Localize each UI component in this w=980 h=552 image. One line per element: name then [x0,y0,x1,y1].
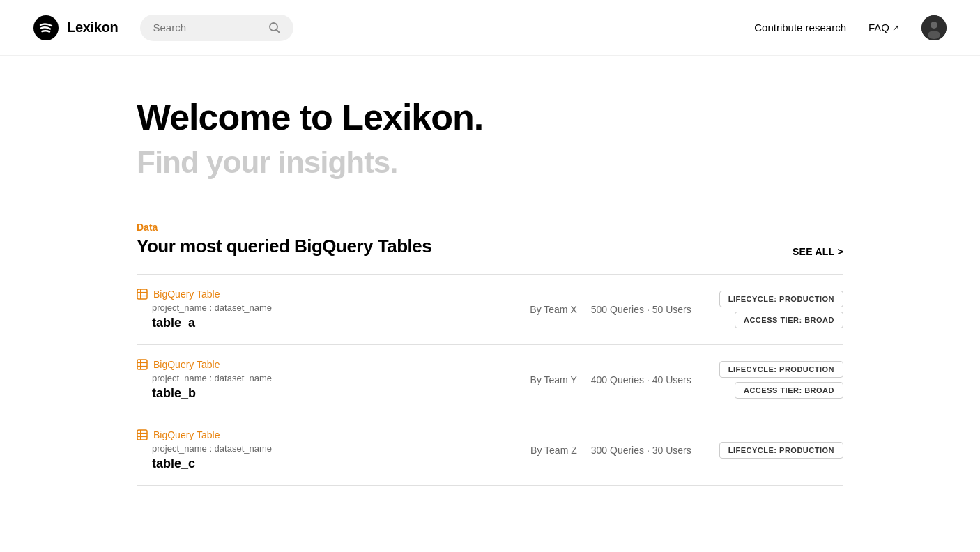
table-row[interactable]: BigQuery Table project_name : dataset_na… [137,415,843,486]
contribute-research-link[interactable]: Contribute research [754,22,846,33]
table-list: BigQuery Table project_name : dataset_na… [137,274,843,486]
table-type-label: BigQuery Table [153,289,220,300]
table-type-label: BigQuery Table [153,359,220,370]
table-type-row: BigQuery Table [137,359,530,370]
tag-badge: ACCESS TIER: BROAD [735,312,843,328]
table-item-meta: By Team Y 400 Queries · 40 Users [530,374,691,385]
avatar-image [921,15,947,40]
hero-section: Welcome to Lexikon. Find your insights. [137,98,843,180]
table-row[interactable]: BigQuery Table project_name : dataset_na… [137,275,843,345]
table-row[interactable]: BigQuery Table project_name : dataset_na… [137,345,843,415]
tag-badge: LIFECYCLE: PRODUCTION [719,361,843,378]
svg-point-4 [931,22,937,29]
table-stats: 300 Queries · 30 Users [591,445,691,456]
bigquery-section: Data Your most queried BigQuery Tables S… [137,222,843,486]
bigquery-table-icon [137,289,148,300]
hero-subtitle: Find your insights. [137,146,843,179]
faq-link[interactable]: FAQ ↗ [868,22,899,33]
brand-name: Lexikon [67,20,118,36]
table-name: table_a [152,316,530,330]
bigquery-table-icon [137,429,148,440]
table-stats: 400 Queries · 40 Users [591,374,691,385]
search-bar[interactable] [140,15,293,41]
svg-rect-10 [137,360,147,369]
search-input[interactable] [153,22,263,33]
table-team: By Team X [530,304,576,315]
table-type-row: BigQuery Table [137,429,530,440]
tag-badge: LIFECYCLE: PRODUCTION [719,442,843,459]
table-team: By Team Z [530,445,577,456]
table-item-tags: LIFECYCLE: PRODUCTIONACCESS TIER: BROAD [719,291,843,328]
header-nav: Contribute research FAQ ↗ [754,15,947,40]
external-link-icon: ↗ [892,23,899,33]
table-name: table_c [152,457,530,471]
table-path: project_name : dataset_name [152,302,530,313]
table-path: project_name : dataset_name [152,373,530,383]
svg-rect-6 [137,289,147,299]
table-name: table_b [152,386,530,401]
hero-title: Welcome to Lexikon. [137,98,843,137]
header: Lexikon Contribute research FAQ ↗ [0,0,980,56]
search-icon [268,22,281,34]
svg-point-5 [928,31,940,39]
table-item-meta: By Team Z 300 Queries · 30 Users [530,445,691,456]
section-title: Your most queried BigQuery Tables [137,236,431,257]
svg-rect-14 [137,430,147,440]
section-category: Data [137,222,431,233]
see-all-link[interactable]: SEE ALL > [793,246,843,257]
bigquery-table-icon [137,359,148,370]
table-item-left: BigQuery Table project_name : dataset_na… [137,359,530,401]
table-item-left: BigQuery Table project_name : dataset_na… [137,289,530,330]
table-item-tags: LIFECYCLE: PRODUCTION [719,442,843,459]
table-item-left: BigQuery Table project_name : dataset_na… [137,429,530,471]
main-content: Welcome to Lexikon. Find your insights. … [0,56,980,486]
table-item-tags: LIFECYCLE: PRODUCTIONACCESS TIER: BROAD [719,361,843,399]
logo-group[interactable]: Lexikon [33,15,118,40]
table-stats: 500 Queries · 50 Users [591,304,691,315]
table-team: By Team Y [530,374,577,385]
table-item-meta: By Team X 500 Queries · 50 Users [530,304,691,315]
tag-badge: LIFECYCLE: PRODUCTION [719,291,843,307]
section-header: Data Your most queried BigQuery Tables S… [137,222,843,257]
table-type-row: BigQuery Table [137,289,530,300]
table-type-label: BigQuery Table [153,429,220,440]
section-title-group: Data Your most queried BigQuery Tables [137,222,431,257]
user-avatar[interactable] [921,15,947,40]
svg-line-2 [277,29,280,33]
spotify-logo-icon [33,15,59,40]
table-path: project_name : dataset_name [152,443,530,454]
tag-badge: ACCESS TIER: BROAD [735,382,843,399]
